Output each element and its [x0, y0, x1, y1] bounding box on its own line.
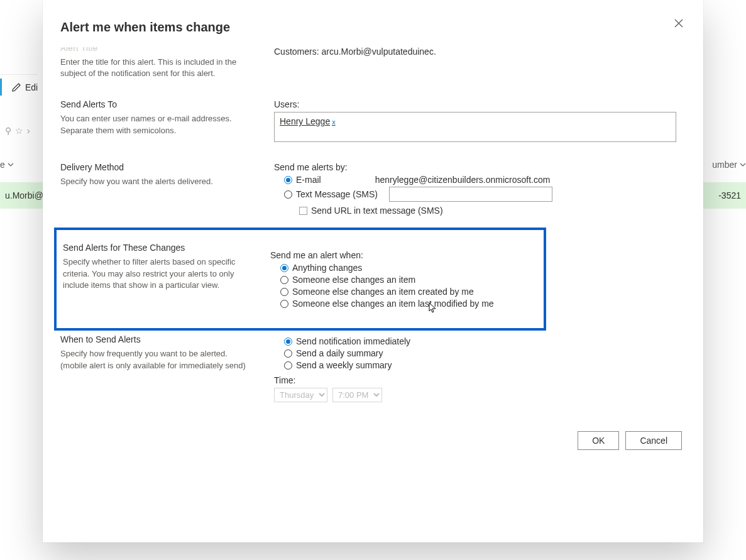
send-when-label: Send me an alert when:: [270, 250, 520, 260]
radio-icon-checked: [284, 338, 292, 346]
send-to-description: You can enter user names or e-mail addre…: [60, 113, 249, 136]
star-icon: ☆: [15, 126, 23, 136]
send-by-label: Send me alerts by:: [274, 162, 684, 172]
close-button[interactable]: [669, 15, 688, 33]
when-option-immediately[interactable]: Send notification immediately: [284, 336, 684, 346]
bg-breadcrumb: ⚲ ☆ ›: [0, 122, 30, 140]
bg-column-header-right[interactable]: umber: [712, 160, 746, 170]
send-to-heading: Send Alerts To: [60, 99, 249, 109]
dialog-title: Alert me when items change: [60, 20, 230, 35]
section-alert-title: Alert Title Enter the title for this ale…: [60, 47, 697, 89]
dialog-button-row: OK Cancel: [60, 412, 697, 461]
remove-user-icon[interactable]: x: [332, 118, 336, 126]
radio-icon: [284, 361, 292, 370]
users-people-picker[interactable]: Henry Leggex: [274, 112, 676, 142]
change-option-anything[interactable]: Anything changes: [280, 263, 520, 273]
change-opt2-label: Someone else changes an item: [292, 275, 415, 285]
alert-title-description: Enter the title for this alert. This is …: [60, 57, 249, 79]
bg-row-phone: -3521: [718, 190, 741, 200]
radio-icon: [284, 190, 292, 199]
chevron-down-icon: [740, 162, 746, 168]
section-when: When to Send Alerts Specify how frequent…: [60, 331, 697, 412]
bg-column-number-label: umber: [712, 160, 737, 170]
chevron-right-icon: ›: [27, 126, 30, 136]
section-send-to: Send Alerts To You can enter user names …: [60, 89, 697, 152]
change-option-modified-by-me[interactable]: Someone else changes an item last modifi…: [280, 299, 520, 309]
users-label: Users:: [274, 99, 684, 109]
user-chip-name: Henry Legge: [280, 116, 330, 126]
radio-icon: [280, 288, 288, 296]
alert-settings-dialog: Alert me when items change Alert Title E…: [43, 0, 703, 542]
bg-toolbar-accent: [0, 79, 2, 96]
email-option-label: E-mail: [296, 175, 321, 185]
changes-description: Specify whether to filter alerts based o…: [63, 256, 251, 291]
checkbox-icon: [299, 207, 307, 215]
alert-title-heading: Alert Title: [60, 47, 249, 53]
user-chip[interactable]: Henry Leggex: [280, 116, 336, 126]
when-opt1-label: Send notification immediately: [296, 336, 410, 346]
radio-icon: [280, 300, 288, 308]
close-icon: [674, 19, 683, 28]
change-opt4-label: Someone else changes an item last modifi…: [292, 299, 494, 309]
email-address-display: henrylegge@citizenbuilders.onmicrosoft.c…: [375, 175, 551, 185]
section-changes: Send Alerts for These Changes Specify wh…: [63, 239, 532, 310]
bg-column-dropdown-left[interactable]: e: [0, 160, 14, 170]
hour-select: 7:00 PM: [332, 388, 382, 402]
delivery-email-option[interactable]: E-mail henrylegge@citizenbuilders.onmicr…: [284, 175, 684, 185]
dialog-body[interactable]: Alert Title Enter the title for this ale…: [43, 47, 703, 542]
dialog-header: Alert me when items change: [43, 0, 703, 35]
bg-column-label: e: [0, 160, 5, 170]
edit-icon: [11, 82, 21, 92]
radio-icon: [284, 349, 292, 358]
send-url-option[interactable]: Send URL in text message (SMS): [284, 206, 684, 216]
delivery-sms-option[interactable]: Text Message (SMS): [284, 187, 684, 202]
change-opt3-label: Someone else changes an item created by …: [292, 287, 474, 297]
radio-icon: [280, 276, 288, 284]
when-heading: When to Send Alerts: [60, 334, 249, 344]
day-select: Thursday: [274, 388, 327, 402]
change-opt1-label: Anything changes: [292, 263, 362, 273]
highlight-changes-section: Send Alerts for These Changes Specify wh…: [54, 228, 546, 331]
delivery-description: Specify how you want the alerts delivere…: [60, 176, 249, 187]
sms-option-label: Text Message (SMS): [296, 189, 378, 199]
section-delivery: Delivery Method Specify how you want the…: [60, 152, 697, 228]
sms-number-input[interactable]: [389, 187, 552, 202]
chevron-down-icon: [8, 162, 14, 168]
when-option-weekly[interactable]: Send a weekly summary: [284, 360, 684, 370]
time-label: Time:: [274, 375, 684, 385]
change-option-someone-else[interactable]: Someone else changes an item: [280, 275, 520, 285]
pin-icon: ⚲: [5, 126, 11, 136]
when-opt2-label: Send a daily summary: [296, 348, 383, 358]
bg-toolbar: Edi: [0, 74, 38, 99]
ok-button[interactable]: OK: [578, 431, 619, 450]
radio-icon-checked: [280, 264, 288, 272]
when-opt3-label: Send a weekly summary: [296, 360, 392, 370]
when-option-daily[interactable]: Send a daily summary: [284, 348, 684, 358]
changes-heading: Send Alerts for These Changes: [63, 243, 251, 253]
bg-row-email: u.Morbi@: [5, 190, 43, 200]
change-option-created-by-me[interactable]: Someone else changes an item created by …: [280, 287, 520, 297]
alert-title-value: Customers: arcu.Morbi@vulputateduinec.: [274, 47, 436, 57]
alert-title-input[interactable]: Customers: arcu.Morbi@vulputateduinec.: [274, 47, 437, 60]
bg-edit-label[interactable]: Edi: [25, 82, 38, 92]
when-description: Specify how frequently you want to be al…: [60, 348, 249, 371]
radio-icon-checked: [284, 176, 292, 184]
cancel-button[interactable]: Cancel: [625, 431, 682, 450]
delivery-heading: Delivery Method: [60, 162, 249, 172]
send-url-label: Send URL in text message (SMS): [311, 206, 443, 216]
